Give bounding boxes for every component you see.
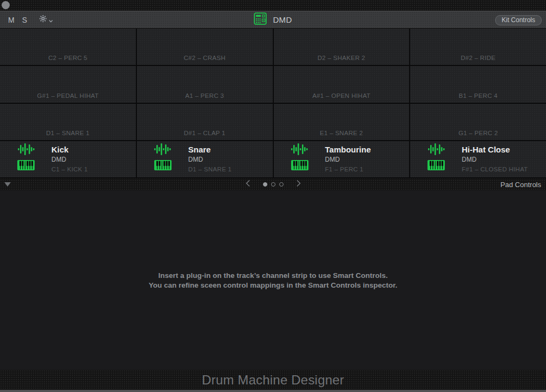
pad-note-label: G1 – PERC 2 <box>410 130 546 136</box>
pad-text-block: Kick DMD C1 – KICK 1 <box>51 144 88 174</box>
drum-pad[interactable]: D#2 – RIDE <box>410 29 546 65</box>
waveform-icon <box>428 143 445 158</box>
pad-name: Snare <box>188 144 232 155</box>
pad-note-label: E1 – SNARE 2 <box>274 130 410 136</box>
solo-button[interactable]: S <box>22 16 27 24</box>
gear-icon <box>39 15 47 25</box>
pad-grid: C2 – PERC 5 C#2 – CRASH D2 – SHAKER 2 D#… <box>0 29 546 178</box>
pad-icon-stack <box>17 143 35 172</box>
page-dot[interactable] <box>279 182 284 187</box>
drum-machine-designer-window: M S <box>0 0 546 392</box>
plugin-footer: Drum Machine Designer <box>0 370 546 390</box>
drum-pad-hihat-close[interactable]: Hi-Hat Close DMD F#1 – CLOSED HIHAT <box>410 141 546 177</box>
waveform-icon <box>18 143 35 158</box>
keyboard-icon <box>17 160 35 172</box>
toolbar-title-group: DMD <box>0 11 546 28</box>
kit-controls-button[interactable]: Kit Controls <box>495 15 542 25</box>
page-dot[interactable] <box>271 182 275 187</box>
pad-note-label: C2 – PERC 5 <box>0 55 136 61</box>
drum-pad[interactable]: D2 – SHAKER 2 <box>274 29 410 65</box>
mute-button[interactable]: M <box>8 16 15 24</box>
page-dots <box>263 182 284 187</box>
pad-note-label: F#1 – CLOSED HIHAT <box>462 164 528 174</box>
pad-note-label: D1 – SNARE 1 <box>0 130 136 136</box>
pad-icon-stack <box>427 143 445 172</box>
pad-subtitle: DMD <box>462 155 528 164</box>
drum-pad[interactable]: B1 – PERC 4 <box>410 66 546 102</box>
pad-note-label: A1 – PERC 3 <box>137 92 273 99</box>
page-dot-active[interactable] <box>263 182 267 187</box>
pad-text-block: Hi-Hat Close DMD F#1 – CLOSED HIHAT <box>462 144 528 174</box>
pad-subtitle: DMD <box>51 155 88 164</box>
pad-note-label: D#2 – RIDE <box>410 55 546 61</box>
keyboard-icon <box>291 160 308 172</box>
pad-controls-bar: Pad Controls <box>0 178 546 190</box>
pad-note-label: F1 – PERC 1 <box>325 164 371 174</box>
pad-text-block: Tambourine DMD F1 – PERC 1 <box>325 144 371 174</box>
drum-pad[interactable]: D#1 – CLAP 1 <box>137 104 273 140</box>
pad-name: Hi-Hat Close <box>462 144 528 155</box>
drum-pad-tambourine[interactable]: Tambourine DMD F1 – PERC 1 <box>274 141 410 177</box>
toolbar-right-group: Kit Controls <box>495 15 546 25</box>
page-navigator <box>0 180 546 189</box>
pad-icon-stack <box>291 143 308 172</box>
drum-pad-kick[interactable]: Kick DMD C1 – KICK 1 <box>0 141 136 177</box>
drum-pad[interactable]: A1 – PERC 3 <box>137 66 273 102</box>
drum-pad-snare[interactable]: Snare DMD D1 – SNARE 1 <box>137 141 273 177</box>
drum-pad[interactable]: C2 – PERC 5 <box>0 29 136 65</box>
drum-pad[interactable]: A#1 – OPEN HIHAT <box>274 66 410 102</box>
titlebar-strip <box>0 0 546 11</box>
pad-note-label: C#2 – CRASH <box>137 55 273 61</box>
window-control-circle[interactable] <box>2 1 10 9</box>
pad-note-label: D2 – SHAKER 2 <box>274 55 410 61</box>
waveform-icon <box>291 143 308 158</box>
pad-subtitle: DMD <box>325 155 371 164</box>
smart-controls-message-line2: You can refine sceen control mappings in… <box>149 281 398 290</box>
pad-text-block: Snare DMD D1 – SNARE 1 <box>188 144 232 174</box>
plugin-toolbar: M S <box>0 11 546 29</box>
pad-name: Kick <box>51 144 88 155</box>
pad-note-label: D1 – SNARE 1 <box>188 164 232 174</box>
toolbar-left-group: M S <box>0 15 53 25</box>
drum-pad[interactable]: C#2 – CRASH <box>137 29 273 65</box>
smart-controls-message-line1: Insert a plug-in on the track’s channel … <box>158 271 387 280</box>
waveform-icon <box>154 143 171 158</box>
pad-note-label: B1 – PERC 4 <box>410 92 546 99</box>
window-bottom-edge <box>0 390 546 392</box>
drum-pad[interactable]: E1 – SNARE 2 <box>274 104 410 140</box>
pad-note-label: C1 – KICK 1 <box>51 164 88 174</box>
keyboard-icon <box>427 160 445 172</box>
plugin-title: DMD <box>273 15 292 24</box>
pad-note-label: D#1 – CLAP 1 <box>137 130 273 136</box>
pad-note-label: A#1 – OPEN HIHAT <box>274 92 410 99</box>
drum-pad[interactable]: D1 – SNARE 1 <box>0 104 136 140</box>
action-menu-button[interactable] <box>39 15 53 25</box>
drum-pad[interactable]: G#1 – PEDAL HIHAT <box>0 66 136 102</box>
keyboard-icon <box>154 160 172 172</box>
plugin-name-title: Drum Machine Designer <box>202 373 344 388</box>
chevron-right-icon[interactable] <box>296 180 301 189</box>
pad-note-label: G#1 – PEDAL HIHAT <box>0 92 136 99</box>
pad-name: Tambourine <box>325 144 371 155</box>
chevron-left-icon[interactable] <box>245 180 251 189</box>
pad-subtitle: DMD <box>188 155 232 164</box>
chevron-down-icon <box>49 15 53 25</box>
drum-machine-icon <box>254 12 267 27</box>
drum-pad[interactable]: G1 – PERC 2 <box>410 104 546 140</box>
smart-controls-panel: Insert a plug-in on the track’s channel … <box>0 190 546 370</box>
pad-icon-stack <box>154 143 172 172</box>
